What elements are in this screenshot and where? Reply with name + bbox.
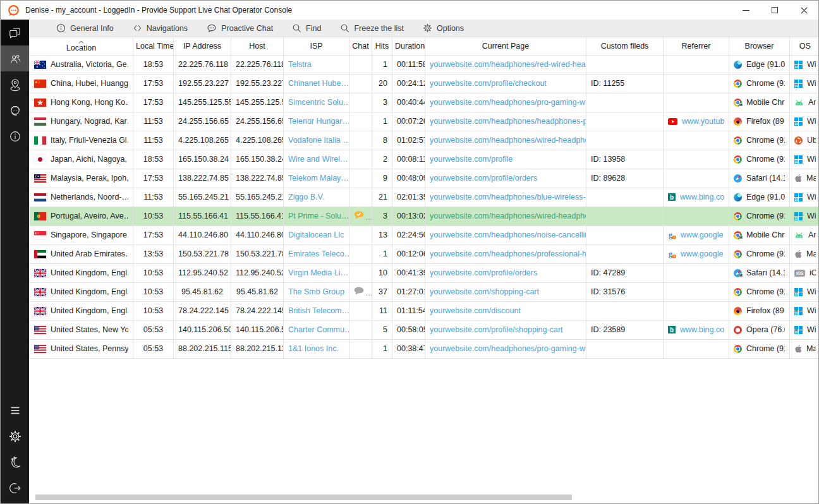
navigations-button[interactable]: Navigations xyxy=(123,20,197,37)
isp-link[interactable]: Charter Commu… xyxy=(288,325,349,334)
current-page-link[interactable]: yourwebsite.com/headphones/wired-headpho… xyxy=(430,212,586,220)
visitor-row[interactable]: Japan, Aichi, Nagoya, …18:53165.150.38.2… xyxy=(30,150,819,169)
cell-ip-address: 165.150.38.24 xyxy=(174,150,231,169)
column-header-ip-address[interactable]: IP Address xyxy=(174,37,231,55)
isp-link[interactable]: Ziggo B.V. xyxy=(288,193,324,201)
isp-link[interactable]: Wire and Wirel… xyxy=(288,155,348,164)
sidebar-item-visitors[interactable] xyxy=(1,45,29,71)
isp-link[interactable]: Telenor Hungar… xyxy=(288,117,349,126)
column-header-browser[interactable]: Browser xyxy=(729,37,790,55)
current-page-link[interactable]: yourwebsite.com/discount xyxy=(430,306,521,315)
current-page-link[interactable]: yourwebsite.com/headphones/headphones-po… xyxy=(430,117,586,126)
current-page-link[interactable]: yourwebsite.com/profile/orders xyxy=(430,174,537,183)
isp-link[interactable]: 1&1 Ionos Inc. xyxy=(288,344,339,353)
browser-label: Chrome (91… xyxy=(746,136,785,145)
location-text: United Kingdom, Engl… xyxy=(51,287,128,296)
current-page-link[interactable]: yourwebsite.com/headphones/professional-… xyxy=(430,249,586,258)
column-header-referrer[interactable]: Referrer xyxy=(664,37,729,55)
referrer-link[interactable]: www.bing.co… xyxy=(680,325,724,334)
column-header-current-page[interactable]: Current Page xyxy=(425,37,586,55)
visitor-row[interactable]: China, Hubei, Huangg…17:53192.55.23.2271… xyxy=(30,74,819,93)
column-header-os[interactable]: OS xyxy=(790,37,819,55)
sidebar-item-settings[interactable] xyxy=(1,423,29,449)
isp-link[interactable]: Telekom Malay… xyxy=(288,174,349,183)
minimize-button[interactable] xyxy=(731,1,760,20)
current-page-link[interactable]: yourwebsite.com/shopping-cart xyxy=(430,287,539,296)
column-header-host[interactable]: Host xyxy=(231,37,284,55)
visitor-row[interactable]: Netherlands, Noord-…11:5355.165.245.2155… xyxy=(30,188,819,207)
visitor-row[interactable]: Singapore, Singapore…17:5344.110.246.804… xyxy=(30,225,819,244)
visitor-row[interactable]: United Kingdom, Engl…10:53112.95.240.521… xyxy=(30,263,819,282)
current-page-link[interactable]: yourwebsite.com/headphones/red-wired-hea… xyxy=(430,60,586,69)
visitor-row[interactable]: United States, New Yo…05:53140.115.206.5… xyxy=(30,320,819,339)
location-text: United Arab Emirates… xyxy=(51,249,128,258)
chrome-mobile-browser-icon: M xyxy=(734,99,742,107)
current-page-link[interactable]: yourwebsite.com/profile/shopping-cart xyxy=(430,325,563,334)
find-button[interactable]: Find xyxy=(282,20,331,37)
options-button[interactable]: Options xyxy=(413,20,473,37)
flag-japan xyxy=(34,155,46,164)
sidebar-item-operator[interactable] xyxy=(1,97,29,123)
isp-link[interactable]: Simcentric Solu… xyxy=(288,98,349,107)
current-page-link[interactable]: yourwebsite.com/profile xyxy=(430,155,513,164)
visitor-row[interactable]: Hong Kong, Hong Ko…17:53145.255.125.5514… xyxy=(30,93,819,112)
close-button[interactable] xyxy=(789,1,818,20)
visitor-row[interactable]: United States, Pennsy…05:5388.202.215.11… xyxy=(30,339,819,358)
cell-ip-address: 44.110.246.80 xyxy=(174,225,231,244)
referrer-link[interactable]: www.google… xyxy=(681,231,724,239)
current-page-link[interactable]: yourwebsite.com/profile/checkout xyxy=(430,79,547,88)
isp-link[interactable]: The Smb Group xyxy=(288,287,344,296)
current-page-link[interactable]: yourwebsite.com/profile/orders xyxy=(430,268,537,277)
current-page-link[interactable]: yourwebsite.com/headphones/noise-cancell… xyxy=(430,231,586,239)
column-header-location[interactable]: Location xyxy=(30,37,133,55)
isp-link[interactable]: Digitalocean Llc xyxy=(288,231,344,239)
maximize-button[interactable] xyxy=(760,1,789,20)
referrer-link[interactable]: www.youtub… xyxy=(682,117,724,126)
isp-link[interactable]: Pt Prime - Solu… xyxy=(288,212,349,220)
visitor-row[interactable]: Hungary, Nograd, Kar…11:5324.255.156.652… xyxy=(30,112,819,131)
sidebar-item-logout[interactable] xyxy=(1,475,29,501)
sidebar-item-info[interactable] xyxy=(1,123,29,149)
visitor-row[interactable]: Portugal, Aveiro, Ave…10:53115.55.166.41… xyxy=(30,207,819,225)
column-header-local-time[interactable]: Local Time xyxy=(133,37,174,55)
visitor-row[interactable]: Italy, Friuli-Venezia Gi…11:534.225.108.… xyxy=(30,131,819,150)
cell-browser: Firefox (89… xyxy=(729,301,790,320)
current-page-link[interactable]: yourwebsite.com/headphones/pro-gaming-wi… xyxy=(430,344,586,353)
isp-link[interactable]: British Telecom… xyxy=(288,306,349,315)
column-header-hits[interactable]: Hits xyxy=(372,37,392,55)
visitor-row[interactable]: United Arab Emirates…13:53150.53.221.781… xyxy=(30,244,819,263)
isp-link[interactable]: Emirates Teleco… xyxy=(288,249,349,258)
isp-link[interactable]: Virgin Media Li… xyxy=(288,268,348,277)
sidebar-item-menu[interactable] xyxy=(1,397,29,423)
sidebar-item-dark-mode[interactable] xyxy=(1,449,29,475)
current-page-link[interactable]: yourwebsite.com/headphones/wired-headpho… xyxy=(430,136,586,145)
visitor-row[interactable]: Australia, Victoria, Ge…18:5322.225.76.1… xyxy=(30,55,819,74)
isp-link[interactable]: Vodafone Italia … xyxy=(288,136,349,145)
proactive-chat-button[interactable]: Proactive Chat xyxy=(197,20,282,37)
browser-label: Firefox (89… xyxy=(746,117,785,126)
visitor-row[interactable]: United Kingdom, Engl…10:5378.24.222.1457… xyxy=(30,301,819,320)
browser-label: Edge (91.0… xyxy=(746,193,785,201)
visitor-row[interactable]: United Kingdom, Engl…10:5395.45.81.6295.… xyxy=(30,282,819,301)
freeze-list-button[interactable]: Freeze the list xyxy=(331,20,413,37)
visitor-row[interactable]: Malaysia, Perak, Ipoh, …17:53138.222.74.… xyxy=(30,169,819,188)
current-page-link[interactable]: yourwebsite.com/headphones/pro-gaming-wi… xyxy=(430,98,586,107)
isp-link[interactable]: Chinanet Hube… xyxy=(288,79,349,88)
referrer-link[interactable]: www.bing.co… xyxy=(680,193,724,201)
current-page-link[interactable]: yourwebsite.com/headphones/blue-wireless… xyxy=(430,193,586,201)
referrer-link[interactable]: www.google… xyxy=(681,249,724,258)
column-header-isp[interactable]: ISP xyxy=(284,37,349,55)
column-header-duration[interactable]: Duration xyxy=(392,37,425,55)
sidebar-item-locations[interactable] xyxy=(1,71,29,97)
flag-australia xyxy=(34,61,46,69)
isp-link[interactable]: Telstra xyxy=(288,60,312,69)
column-header-chat[interactable]: Chat xyxy=(349,37,372,55)
os-label: And xyxy=(808,98,816,107)
cell-chat xyxy=(349,112,372,131)
horizontal-scrollbar-thumb[interactable] xyxy=(35,495,572,500)
sidebar-item-chats[interactable] xyxy=(1,20,29,45)
menu-icon xyxy=(8,404,22,417)
cell-hits: 5 xyxy=(372,320,392,339)
column-header-custom-fields[interactable]: Custom fileds xyxy=(586,37,664,55)
general-info-button[interactable]: General Info xyxy=(47,20,123,37)
